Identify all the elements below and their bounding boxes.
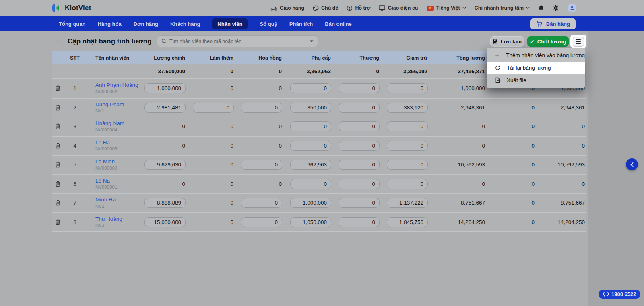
cell-giam-tru: [380, 83, 428, 93]
user-avatar[interactable]: [568, 4, 576, 12]
plus-icon: +: [494, 52, 500, 59]
delete-row-button[interactable]: [52, 162, 63, 168]
input-thuong[interactable]: [339, 179, 380, 189]
employee-name-link[interactable]: Thu Hoàng: [95, 216, 141, 222]
kiotviet-logo[interactable]: KiotViet: [52, 0, 91, 16]
table-row: 5Lê MinhNV000003010,592,593010,592,593: [52, 156, 586, 175]
input-hoa-hong[interactable]: [241, 160, 282, 170]
cell-extra-1: 0: [486, 162, 535, 168]
top-bar: KiotViet Giao hàng Chủ đề: [0, 0, 644, 16]
nav-tab-6[interactable]: Phân tích: [289, 18, 313, 29]
employee-cell: Anh Phạm HoàngNV000002: [87, 82, 141, 94]
more-actions-button[interactable]: [573, 37, 584, 47]
menu-item-export-file[interactable]: Xuất file: [487, 74, 585, 86]
employee-name-link[interactable]: Minh Hà: [95, 197, 141, 203]
sell-button-label: Bán hàng: [546, 21, 570, 27]
nav-tab-4[interactable]: Nhân viên: [212, 18, 248, 29]
input-giam-tru[interactable]: [387, 160, 428, 170]
delete-row-button[interactable]: [52, 181, 63, 187]
nav-tab-7[interactable]: Bán online: [325, 18, 351, 29]
input-phu-cap[interactable]: [290, 179, 331, 189]
input-luong-chinh[interactable]: [144, 83, 186, 93]
input-giam-tru[interactable]: [387, 103, 428, 113]
input-phu-cap[interactable]: [290, 83, 331, 93]
input-luong-chinh[interactable]: [144, 198, 186, 208]
input-thuong[interactable]: [339, 160, 380, 170]
finalize-salary-button[interactable]: ✓ Chốt lương: [527, 36, 569, 47]
nav-tab-2[interactable]: Đơn hàng: [134, 18, 158, 29]
cell-lam-them: [186, 103, 234, 113]
cell-phu-cap: [283, 217, 332, 227]
nav-tab-1[interactable]: Hàng hóa: [97, 18, 121, 29]
delete-row-button[interactable]: [52, 123, 63, 129]
input-phu-cap[interactable]: [290, 217, 331, 227]
input-phu-cap[interactable]: [290, 198, 331, 208]
input-luong-chinh[interactable]: [144, 217, 186, 227]
employee-name-link[interactable]: Hoàng Nam: [95, 120, 141, 127]
nav-tab-5[interactable]: Sổ quỹ: [260, 18, 277, 29]
employee-search[interactable]: [157, 35, 318, 47]
settings-button[interactable]: [553, 5, 559, 11]
language-selector[interactable]: ★ Tiếng Việt: [427, 5, 466, 11]
cell-giam-tru: [380, 198, 428, 208]
input-thuong[interactable]: [339, 141, 380, 151]
table-row: 8Thu HoàngNV3014,204,250014,204,250: [52, 213, 586, 232]
input-phu-cap[interactable]: [290, 160, 331, 170]
table-row: 3Hoàng NamNV000004000000: [52, 117, 586, 137]
input-hoa-hong[interactable]: [241, 198, 282, 208]
cell-phu-cap: [283, 198, 332, 208]
input-lam-them[interactable]: [193, 103, 234, 113]
legacy-ui-menu[interactable]: Giao diện cũ: [379, 5, 418, 11]
input-giam-tru[interactable]: [387, 141, 428, 151]
input-giam-tru[interactable]: [387, 217, 428, 227]
sell-button[interactable]: Bán hàng: [530, 18, 576, 29]
branch-selector[interactable]: Chi nhánh trung tâm: [475, 5, 530, 11]
input-phu-cap[interactable]: [290, 121, 331, 131]
delete-row-button[interactable]: [52, 85, 63, 91]
input-thuong[interactable]: [339, 103, 380, 113]
menu-item-add-employee[interactable]: + Thêm nhân viên vào bảng lương: [487, 49, 585, 62]
employee-name-link[interactable]: Lê Minh: [95, 158, 141, 165]
delivery-menu[interactable]: Giao hàng: [270, 5, 304, 11]
delete-row-button[interactable]: [52, 143, 63, 149]
input-phu-cap[interactable]: [290, 141, 331, 151]
input-thuong[interactable]: [339, 198, 380, 208]
nav-tab-3[interactable]: Khách hàng: [170, 18, 200, 29]
employee-name-link[interactable]: Lê Hà: [95, 140, 141, 146]
input-giam-tru[interactable]: [387, 83, 428, 93]
input-thuong[interactable]: [339, 217, 380, 227]
save-temp-button[interactable]: Lưu tạm: [490, 36, 524, 47]
delete-row-button[interactable]: [52, 105, 63, 111]
notifications-button[interactable]: [538, 5, 544, 11]
input-giam-tru[interactable]: [387, 121, 428, 131]
employee-name-link[interactable]: Anh Phạm Hoàng: [95, 82, 141, 88]
export-icon: [494, 77, 501, 83]
summary-value: 3,366,092: [380, 68, 428, 74]
menu-item-reload-table[interactable]: Tải lại bảng lương: [487, 62, 585, 74]
input-giam-tru[interactable]: [387, 179, 428, 189]
delete-row-button[interactable]: [52, 200, 63, 206]
input-luong-chinh[interactable]: [144, 103, 186, 113]
employee-name-link[interactable]: Lê Na: [95, 178, 141, 184]
input-luong-chinh[interactable]: [144, 160, 186, 170]
search-input[interactable]: [169, 39, 307, 44]
cell-luong-chinh: 0: [141, 143, 186, 149]
cell-giam-tru: [380, 217, 428, 227]
delete-row-button[interactable]: [52, 219, 63, 225]
cell-luong-chinh: 0: [141, 181, 186, 187]
input-thuong[interactable]: [339, 83, 380, 93]
cell-giam-tru: [380, 179, 428, 189]
employee-name-link[interactable]: Dung Phạm: [95, 101, 141, 108]
support-menu[interactable]: Hỗ trợ: [347, 5, 370, 11]
hotline-chat-button[interactable]: 1900 6522: [599, 290, 640, 299]
cell-luong-chinh: [141, 103, 186, 113]
input-phu-cap[interactable]: [290, 103, 331, 113]
input-thuong[interactable]: [339, 121, 380, 131]
input-hoa-hong[interactable]: [241, 103, 282, 113]
input-giam-tru[interactable]: [387, 198, 428, 208]
theme-menu[interactable]: Chủ đề: [313, 5, 338, 11]
input-hoa-hong[interactable]: [241, 217, 282, 227]
back-button[interactable]: ←: [56, 35, 63, 44]
collapse-panel-button[interactable]: [626, 158, 638, 170]
nav-tab-0[interactable]: Tổng quan: [59, 18, 85, 29]
